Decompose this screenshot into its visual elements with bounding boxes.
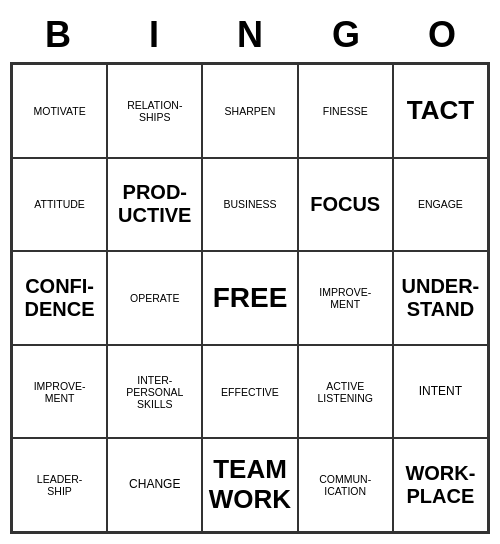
- bingo-cell: EFFECTIVE: [202, 345, 297, 439]
- bingo-title: B I N G O: [10, 10, 490, 62]
- bingo-cell: ACTIVE LISTENING: [298, 345, 393, 439]
- bingo-cell: FOCUS: [298, 158, 393, 252]
- bingo-grid: MOTIVATERELATION- SHIPSSHARPENFINESSETAC…: [10, 62, 490, 534]
- bingo-cell: FREE: [202, 251, 297, 345]
- bingo-cell: UNDER- STAND: [393, 251, 488, 345]
- bingo-cell: SHARPEN: [202, 64, 297, 158]
- bingo-cell: TEAM WORK: [202, 438, 297, 532]
- bingo-cell: PROD- UCTIVE: [107, 158, 202, 252]
- letter-g: G: [306, 14, 386, 56]
- bingo-cell: CONFI- DENCE: [12, 251, 107, 345]
- bingo-cell: COMMUN- ICATION: [298, 438, 393, 532]
- letter-n: N: [210, 14, 290, 56]
- bingo-cell: WORK- PLACE: [393, 438, 488, 532]
- bingo-cell: IMPROVE- MENT: [298, 251, 393, 345]
- bingo-cell: CHANGE: [107, 438, 202, 532]
- bingo-cell: ENGAGE: [393, 158, 488, 252]
- bingo-cell: MOTIVATE: [12, 64, 107, 158]
- bingo-cell: INTENT: [393, 345, 488, 439]
- bingo-cell: IMPROVE- MENT: [12, 345, 107, 439]
- letter-o: O: [402, 14, 482, 56]
- letter-b: B: [18, 14, 98, 56]
- bingo-cell: OPERATE: [107, 251, 202, 345]
- bingo-cell: RELATION- SHIPS: [107, 64, 202, 158]
- bingo-cell: FINESSE: [298, 64, 393, 158]
- bingo-cell: LEADER- SHIP: [12, 438, 107, 532]
- bingo-cell: ATTITUDE: [12, 158, 107, 252]
- bingo-cell: INTER- PERSONAL SKILLS: [107, 345, 202, 439]
- bingo-cell: BUSINESS: [202, 158, 297, 252]
- bingo-cell: TACT: [393, 64, 488, 158]
- letter-i: I: [114, 14, 194, 56]
